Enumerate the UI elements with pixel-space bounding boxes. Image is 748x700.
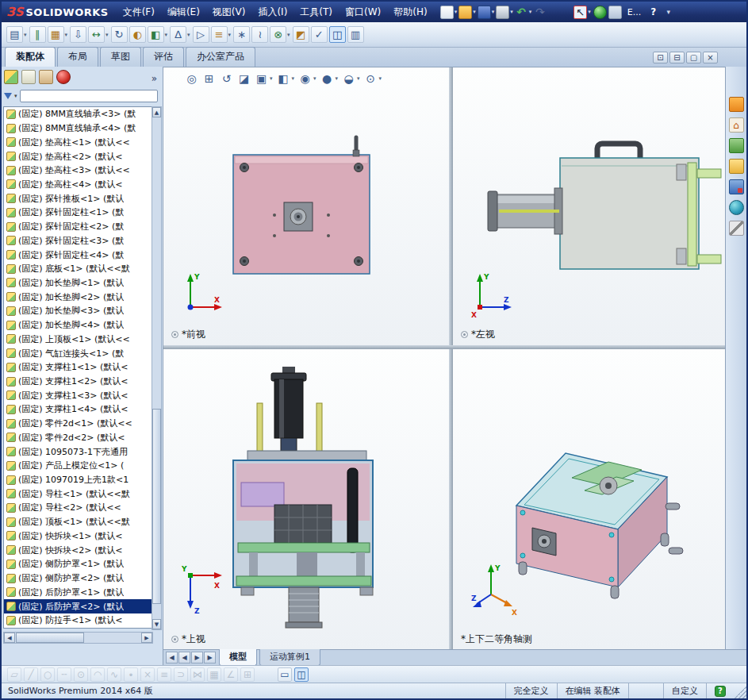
tree-vertical-scrollbar[interactable]: ▲ ▼ xyxy=(152,106,162,630)
insert-components-icon[interactable]: ▤ xyxy=(6,26,23,43)
propertymanager-icon[interactable] xyxy=(21,70,36,84)
tree-item[interactable]: (固定) 侧防护罩<1> (默认 xyxy=(4,557,152,571)
dropdown-caret-icon[interactable]: ▾ xyxy=(492,9,495,15)
apply-scene-icon[interactable]: ◒ xyxy=(341,71,356,86)
tree-item[interactable]: (固定) 支撑柱1<1> (默认< xyxy=(4,360,152,375)
ribbon-tab[interactable]: 草图 xyxy=(100,47,141,67)
point-icon[interactable]: ∙ xyxy=(124,667,138,682)
dropdown-caret-icon[interactable]: ▾ xyxy=(336,75,339,82)
tree-item[interactable]: (固定) 探针推板<1> (默认 xyxy=(4,191,152,206)
close-window-icon[interactable]: × xyxy=(703,52,718,63)
pane-display-icon[interactable]: ▥ xyxy=(347,26,364,43)
tree-item[interactable]: (固定) 探针固定柱<4> (默 xyxy=(4,248,152,262)
tree-item[interactable]: (固定) 加长垫脚<3> (默认 xyxy=(4,304,152,318)
rotate-component-icon[interactable]: ↻ xyxy=(111,26,128,43)
vertical-splitter[interactable] xyxy=(449,67,453,650)
maximize-window-icon[interactable]: ▢ xyxy=(686,52,701,63)
tree-item[interactable]: (固定) 8MM直线轴承<3> (默 xyxy=(4,107,152,121)
tree-item[interactable]: (固定) 加长垫脚<2> (默认 xyxy=(4,290,152,304)
featuremanager-tree-icon[interactable] xyxy=(4,70,18,84)
dropdown-caret-icon[interactable]: ▾ xyxy=(187,32,190,38)
tree-item[interactable]: (固定) 垫高柱<1> (默认<< xyxy=(4,135,152,149)
mate-icon[interactable]: ∥ xyxy=(29,26,46,43)
menu-item[interactable]: 窗口(W) xyxy=(339,2,387,22)
assembly-visualization-icon[interactable]: ◩ xyxy=(293,26,309,43)
first-tab-icon[interactable]: ◀ xyxy=(166,652,178,663)
rebuild-icon[interactable] xyxy=(593,6,607,19)
tree-item[interactable]: (固定) 防拉手<1> (默认< xyxy=(4,613,152,628)
tree-item[interactable]: (固定) 垫高柱<2> (默认< xyxy=(4,149,152,163)
tree-item[interactable]: (固定) 1095073-1下壳通用 xyxy=(4,444,152,459)
next-tab-icon[interactable]: ▶ xyxy=(191,652,203,663)
tree-item[interactable]: (固定) 支撑柱1<4> (默认< xyxy=(4,402,152,417)
tree-item[interactable]: (固定) 8MM直线轴承<4> (默 xyxy=(4,121,152,136)
tree-horizontal-scrollbar[interactable]: ◀ ▶ xyxy=(3,632,153,644)
assembly-xpert-icon[interactable]: ✓ xyxy=(311,26,328,43)
interference-detection-icon[interactable]: ⊗ xyxy=(270,26,286,43)
linear-sketch-pattern-icon[interactable]: ▦ xyxy=(207,667,221,682)
tree-item[interactable]: (固定) 探针固定柱<2> (默 xyxy=(4,220,152,234)
tree-item[interactable]: (固定) 导柱<1> (默认<<默 xyxy=(4,487,152,501)
smart-fasteners-icon[interactable]: ⇩ xyxy=(70,26,86,43)
edit-appearance-icon[interactable]: ● xyxy=(320,71,335,86)
view-settings-icon[interactable] xyxy=(608,6,622,19)
new-document-icon[interactable] xyxy=(440,6,454,19)
tree-item[interactable]: (固定) 加长垫脚<4> (默认 xyxy=(4,318,152,333)
mirror-entities-icon[interactable]: ⋈ xyxy=(190,667,205,682)
last-tab-icon[interactable]: ▶ xyxy=(204,652,216,663)
tree-item[interactable]: (固定) 支撑柱1<3> (默认< xyxy=(4,388,152,402)
new-motion-study-icon[interactable]: ▷ xyxy=(193,26,209,43)
panel-chevron[interactable]: » xyxy=(152,73,156,84)
tree-item[interactable]: (固定) 顶板<1> (默认<<默 xyxy=(4,515,152,529)
hide-show-items-icon[interactable]: ◉ xyxy=(297,71,313,86)
dropdown-caret-icon[interactable]: ▾ xyxy=(65,32,68,38)
save-icon[interactable] xyxy=(478,6,491,19)
tree-item[interactable]: (固定) 导柱<2> (默认<< xyxy=(4,501,152,515)
custom-properties-icon[interactable] xyxy=(729,221,744,236)
scroll-track[interactable] xyxy=(152,117,161,619)
menu-item[interactable]: 插入(I) xyxy=(251,2,293,22)
bill-of-materials-icon[interactable]: ≡ xyxy=(211,26,228,43)
dropdown-caret-icon[interactable]: ▾ xyxy=(105,32,109,38)
move-component-icon[interactable]: ↔ xyxy=(88,26,105,43)
appearances-scenes-icon[interactable] xyxy=(729,200,744,215)
tree-item[interactable]: (固定) 零件2d<1> (默认<< xyxy=(4,417,152,431)
menu-item[interactable]: 工具(T) xyxy=(293,2,339,22)
grid-icon[interactable]: ⊞ xyxy=(240,667,255,682)
scroll-track[interactable] xyxy=(15,633,141,643)
top-viewport[interactable]: X Z Y *上视 xyxy=(163,349,449,650)
undo-icon[interactable]: ↶ xyxy=(515,6,528,19)
dropdown-caret-icon[interactable]: ▾ xyxy=(357,75,360,82)
tree-item[interactable]: (固定) 加长垫脚<1> (默认 xyxy=(4,276,152,290)
four-viewport-icon[interactable]: ◫ xyxy=(294,667,309,682)
tree-item[interactable]: (固定) 上顶板<1> (默认<< xyxy=(4,333,152,347)
dropdown-caret-icon[interactable]: ▾ xyxy=(228,32,232,38)
circle-icon[interactable]: ○ xyxy=(40,667,55,682)
tree-item[interactable]: (固定) 产品上模定位<1> ( xyxy=(4,459,152,473)
zoom-area-icon[interactable]: ⊞ xyxy=(201,71,217,86)
previous-view-icon[interactable]: ↺ xyxy=(219,71,234,86)
convert-entities-icon[interactable]: ≡ xyxy=(157,667,171,682)
ribbon-tab[interactable]: 办公室产品 xyxy=(186,47,255,67)
line-icon[interactable]: ╱ xyxy=(24,667,38,682)
front-viewport[interactable]: Y X *前视 xyxy=(163,67,449,345)
left-viewport[interactable]: Y Z X *左视 xyxy=(453,67,725,345)
dropdown-caret-icon[interactable]: ▾ xyxy=(313,75,316,82)
scroll-thumb[interactable] xyxy=(16,633,84,643)
tree-item[interactable]: (固定) 侧防护罩<2> (默认 xyxy=(4,571,152,586)
dropdown-caret-icon[interactable]: ▾ xyxy=(510,9,513,15)
tree-item[interactable]: (固定) 垫高柱<3> (默认<< xyxy=(4,163,152,178)
tree-filter-input[interactable] xyxy=(20,90,158,102)
file-explorer-icon[interactable] xyxy=(729,159,744,174)
ribbon-tab[interactable]: 评估 xyxy=(143,47,184,67)
dropdown-caret-icon[interactable]: ▾ xyxy=(379,75,382,82)
section-view-icon[interactable]: ◪ xyxy=(236,71,251,86)
filter-icon[interactable] xyxy=(4,93,12,99)
horizontal-splitter[interactable] xyxy=(163,345,725,349)
minimize-window-icon[interactable]: ⊟ xyxy=(669,52,685,63)
configurationmanager-icon[interactable] xyxy=(39,70,53,84)
offset-entities-icon[interactable]: ⊃ xyxy=(174,667,188,682)
tree-item[interactable]: (固定) 1097019上壳1款<1 xyxy=(4,473,152,487)
menu-item[interactable]: 帮助(H) xyxy=(387,2,433,22)
view-settings-icon[interactable]: ⊙ xyxy=(363,71,378,86)
